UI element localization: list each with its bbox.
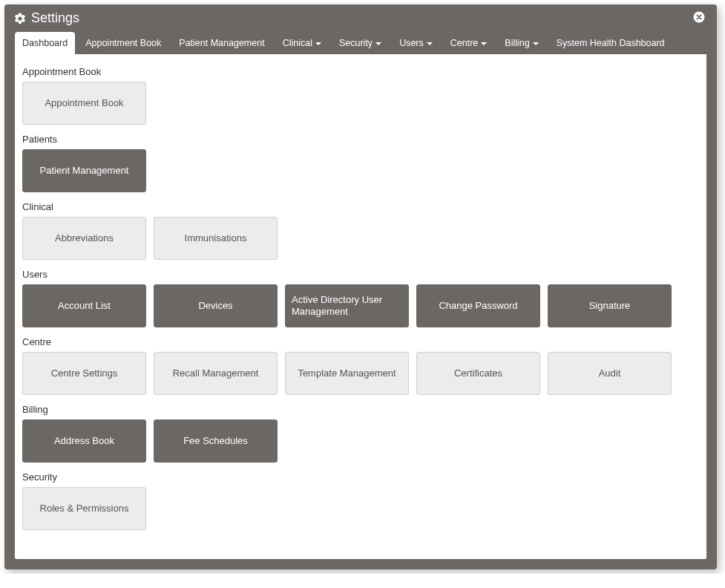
section-title: Centre — [22, 336, 699, 347]
window-title: Settings — [31, 10, 79, 26]
nav-item-label: Billing — [505, 38, 529, 48]
tile-fee-schedules[interactable]: Fee Schedules — [154, 419, 278, 463]
tile-label: Active Directory User Management — [292, 294, 402, 318]
nav-item-centre[interactable]: Centre — [443, 32, 495, 54]
section-patients: PatientsPatient Management — [22, 134, 699, 192]
settings-window: Settings DashboardAppointment BookPatien… — [4, 4, 717, 569]
chevron-down-icon — [481, 42, 487, 45]
tile-label: Fee Schedules — [183, 435, 248, 447]
chevron-down-icon — [427, 42, 433, 45]
tile-row: Patient Management — [22, 149, 699, 192]
tile-immunisations[interactable]: Immunisations — [154, 217, 278, 260]
section-title: Clinical — [22, 201, 699, 212]
tile-label: Appointment Book — [45, 97, 123, 109]
section-title: Users — [22, 269, 699, 280]
tile-change-password[interactable]: Change Password — [416, 284, 540, 327]
section-title: Patients — [22, 134, 699, 145]
nav-item-appointment-book[interactable]: Appointment Book — [78, 32, 168, 54]
tile-active-directory-user-management[interactable]: Active Directory User Management — [285, 284, 409, 327]
nav-item-label: Patient Management — [179, 38, 264, 48]
tile-recall-management[interactable]: Recall Management — [154, 352, 278, 395]
section-centre: CentreCentre SettingsRecall ManagementTe… — [22, 336, 699, 395]
tile-label: Address Book — [54, 435, 114, 447]
tile-roles-permissions[interactable]: Roles & Permissions — [22, 487, 146, 530]
tile-signature[interactable]: Signature — [548, 284, 672, 327]
titlebar-left: Settings — [13, 10, 79, 26]
nav-item-label: Clinical — [283, 38, 312, 48]
nav-item-label: Users — [399, 38, 424, 48]
tile-label: Roles & Permissions — [40, 503, 129, 514]
tile-row: Roles & Permissions — [22, 487, 699, 530]
nav-item-label: System Health Dashboard — [557, 38, 665, 48]
gear-icon — [13, 12, 27, 25]
tile-label: Centre Settings — [51, 368, 118, 379]
tile-label: Template Management — [298, 368, 396, 379]
tile-label: Immunisations — [185, 232, 247, 244]
titlebar: Settings — [4, 4, 717, 30]
tile-label: Patient Management — [40, 165, 129, 177]
nav-item-patient-management[interactable]: Patient Management — [171, 32, 272, 54]
tile-label: Recall Management — [173, 368, 259, 379]
chevron-down-icon — [375, 42, 381, 45]
tile-label: Certificates — [454, 368, 502, 379]
tile-row: Appointment Book — [22, 82, 699, 125]
close-button[interactable] — [692, 11, 706, 26]
tile-appointment-book[interactable]: Appointment Book — [22, 82, 146, 125]
nav-item-label: Dashboard — [22, 38, 68, 48]
section-title: Billing — [22, 404, 699, 415]
chevron-down-icon — [315, 42, 321, 45]
tile-row: Address BookFee Schedules — [22, 419, 699, 463]
nav-item-clinical[interactable]: Clinical — [275, 32, 329, 54]
navbar: DashboardAppointment BookPatient Managem… — [15, 30, 706, 54]
tile-account-list[interactable]: Account List — [22, 284, 146, 327]
nav-item-users[interactable]: Users — [392, 32, 440, 54]
nav-item-label: Security — [339, 38, 373, 48]
tile-label: Audit — [599, 368, 621, 379]
section-appointment-book: Appointment BookAppointment Book — [22, 66, 699, 125]
tile-audit[interactable]: Audit — [548, 352, 672, 395]
tile-template-management[interactable]: Template Management — [285, 352, 409, 395]
nav-item-security[interactable]: Security — [332, 32, 389, 54]
section-security: SecurityRoles & Permissions — [22, 471, 699, 530]
nav-item-label: Centre — [450, 38, 479, 48]
section-billing: BillingAddress BookFee Schedules — [22, 404, 699, 463]
tile-label: Signature — [589, 300, 631, 312]
tile-devices[interactable]: Devices — [154, 284, 278, 327]
section-title: Appointment Book — [22, 66, 699, 77]
section-title: Security — [22, 471, 699, 483]
close-icon — [692, 10, 706, 27]
tile-label: Account List — [58, 300, 111, 312]
content-area: Appointment BookAppointment BookPatients… — [15, 54, 706, 559]
tile-row: AbbreviationsImmunisations — [22, 217, 699, 260]
tile-patient-management[interactable]: Patient Management — [22, 149, 146, 192]
tile-row: Centre SettingsRecall ManagementTemplate… — [22, 352, 699, 395]
tile-abbreviations[interactable]: Abbreviations — [22, 217, 146, 260]
tile-certificates[interactable]: Certificates — [416, 352, 540, 395]
nav-item-label: Appointment Book — [85, 38, 161, 48]
chevron-down-icon — [533, 42, 539, 45]
tile-label: Change Password — [439, 300, 517, 312]
section-users: UsersAccount ListDevicesActive Directory… — [22, 269, 699, 327]
section-clinical: ClinicalAbbreviationsImmunisations — [22, 201, 699, 260]
tile-label: Devices — [198, 300, 232, 312]
tile-label: Abbreviations — [55, 232, 114, 244]
nav-item-system-health-dashboard[interactable]: System Health Dashboard — [549, 32, 672, 54]
tile-address-book[interactable]: Address Book — [22, 419, 146, 463]
navbar-row: DashboardAppointment BookPatient Managem… — [4, 30, 717, 54]
nav-item-dashboard[interactable]: Dashboard — [15, 32, 75, 54]
tile-centre-settings[interactable]: Centre Settings — [22, 352, 146, 395]
nav-item-billing[interactable]: Billing — [497, 32, 545, 54]
tile-row: Account ListDevicesActive Directory User… — [22, 284, 699, 327]
